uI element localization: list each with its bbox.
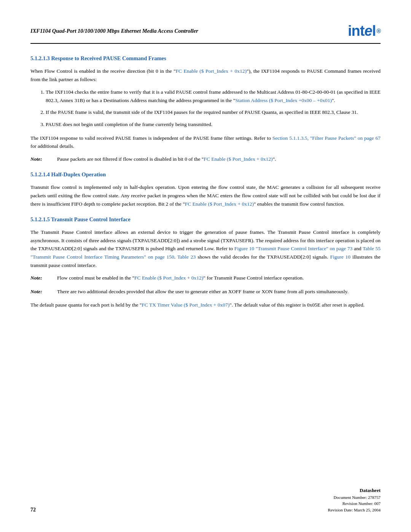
page-number: 72	[30, 507, 36, 513]
list-item-1: The IXF1104 checks the entire frame to v…	[46, 88, 381, 104]
revision-date: Revision Date: March 25, 2004	[328, 507, 381, 513]
header-title: IXF1104 Quad-Port 10/100/1000 Mbps Ether…	[30, 28, 198, 34]
note-2-label: Note:	[30, 274, 57, 282]
page-footer: 72 Datasheet Document Number: 278757 Rev…	[30, 487, 381, 513]
section-5123-body2: The default pause quanta for each port i…	[30, 301, 381, 309]
station-address-link[interactable]: Station Address ($ Port_Index +0x00 – +0…	[235, 97, 332, 103]
note-1-content: Pause packets are not filtered if flow c…	[57, 155, 381, 163]
note-2: Note: Flow control must be enabled in th…	[30, 274, 381, 282]
section-5123: 5.1.2.1.5 Transmit Pause Control Interfa…	[30, 216, 381, 309]
page-header: IXF1104 Quad-Port 10/100/1000 Mbps Ether…	[30, 23, 381, 44]
section-5122: 5.1.2.1.4 Half-Duplex Operation Transmit…	[30, 171, 381, 208]
list-item-3: PAUSE does not begin until completion of…	[46, 120, 381, 129]
table23-link[interactable]: Table 23	[177, 254, 196, 260]
section-5121-intro: When Flow Control is enabled in the rece…	[30, 67, 381, 83]
note-3-label: Note:	[30, 288, 57, 296]
page: IXF1104 Quad-Port 10/100/1000 Mbps Ether…	[0, 0, 411, 532]
section-5121-list: The IXF1104 checks the entire frame to v…	[46, 88, 381, 128]
note-2-content: Flow control must be enabled in the "FC …	[57, 274, 381, 282]
fc-enable-link-4[interactable]: FC Enable ($ Port_Index + 0x12)	[134, 275, 203, 281]
datasheet-label: Datasheet	[328, 487, 381, 494]
main-content: 5.1.2.1.3 Response to Received PAUSE Com…	[30, 55, 381, 309]
note-3-content: There are two additional decodes provide…	[57, 288, 381, 296]
revision-number: Revision Number: 007	[328, 500, 381, 507]
section-5123-heading: 5.1.2.1.5 Transmit Pause Control Interfa…	[30, 216, 381, 223]
fc-enable-link-2[interactable]: FC Enable ($ Port_Index + 0x12)	[204, 156, 272, 162]
section-5121-body1: The IXF1104 response to valid received P…	[30, 134, 381, 150]
figure10-link-2[interactable]: Figure 10	[330, 254, 350, 260]
fc-enable-link-3[interactable]: FC Enable ($ Port_Index + 0x12)	[185, 201, 254, 207]
logo-text: intel	[348, 23, 376, 39]
filter-pause-link[interactable]: Section 5.1.1.3.5, "Filter Pause Packets…	[272, 135, 381, 141]
section-5122-body: Transmit flow control is implemented onl…	[30, 183, 381, 208]
section-5121: 5.1.2.1.3 Response to Received PAUSE Com…	[30, 55, 381, 163]
section-5123-body1: The Transmit Pause Control interface all…	[30, 228, 381, 269]
section-5122-heading: 5.1.2.1.4 Half-Duplex Operation	[30, 171, 381, 178]
section-5121-heading: 5.1.2.1.3 Response to Received PAUSE Com…	[30, 55, 381, 62]
note-3: Note: There are two additional decodes p…	[30, 288, 381, 296]
fc-enable-link-1[interactable]: FC Enable ($ Port_Index + 0x12)	[176, 68, 247, 74]
note-1: Note: Pause packets are not filtered if …	[30, 155, 381, 163]
list-item-2: If the PAUSE frame is valid, the transmi…	[46, 108, 381, 117]
logo-registered: ®	[376, 28, 381, 35]
note-1-label: Note:	[30, 155, 57, 163]
intel-logo: intel®	[348, 23, 381, 39]
fc-tx-timer-link[interactable]: FC TX Timer Value ($ Port_Index + 0x07)	[142, 302, 229, 308]
footer-info: Datasheet Document Number: 278757 Revisi…	[328, 487, 381, 513]
document-number: Document Number: 278757	[328, 494, 381, 501]
figure10-link[interactable]: Figure 10 "Transmit Pause Control Interf…	[234, 246, 353, 251]
